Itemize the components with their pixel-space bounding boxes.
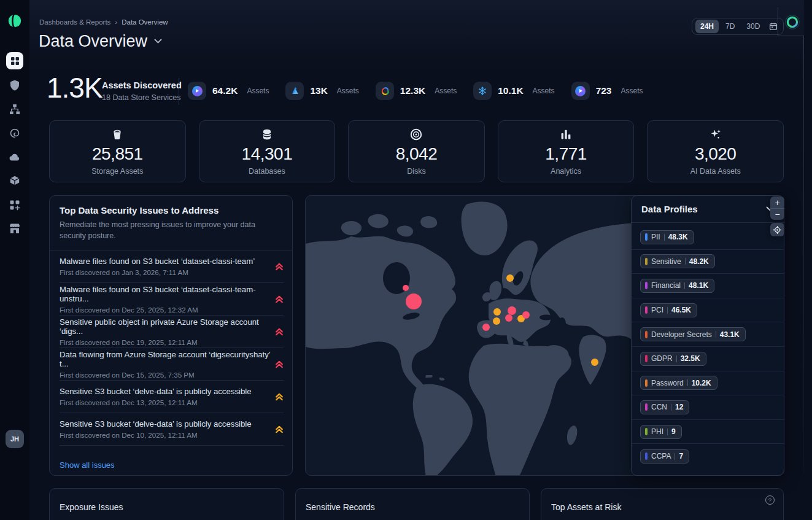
assets-discovered-total: 1.3K <box>47 71 102 104</box>
map-data-dot[interactable] <box>493 317 500 325</box>
issue-discovered-date: First discovered on Jan 3, 2026, 7:11 AM <box>60 268 255 276</box>
profile-label: Developer Secrets <box>651 330 712 339</box>
right-panel-divider <box>803 36 804 474</box>
databases-card[interactable]: 14,301 Databases <box>199 120 336 182</box>
map-data-dot[interactable] <box>505 314 512 322</box>
show-all-issues-link[interactable]: Show all issues <box>50 446 292 476</box>
provider-count: 64.2K <box>212 85 238 96</box>
time-range-30d-button[interactable]: 30D <box>741 20 765 33</box>
profile-chip-pii[interactable]: PII 48.3K <box>640 230 694 244</box>
analytics-card[interactable]: 1,771 Analytics <box>498 120 635 182</box>
issue-title: Malware files found on S3 bucket ‘datase… <box>60 285 275 303</box>
sidebar-item-topology[interactable] <box>9 103 21 115</box>
sitemap-icon <box>9 103 21 115</box>
issue-row[interactable]: Sensitive public object in private Azure… <box>60 316 284 348</box>
sidebar-item-assets[interactable] <box>9 175 21 187</box>
map-zoom-out-button[interactable]: − <box>770 208 784 220</box>
sidebar-item-cloud[interactable] <box>9 151 21 163</box>
profile-chip-password[interactable]: Password 10.2K <box>640 376 717 390</box>
profile-chip-phi[interactable]: PHI 9 <box>640 425 682 439</box>
chevron-down-icon[interactable] <box>154 39 162 44</box>
assets-discovered-labels: Assets Discovered 18 Data Store Services <box>102 80 182 102</box>
stat-value: 1,771 <box>545 144 587 164</box>
map-data-dot[interactable] <box>506 274 514 282</box>
divider <box>716 331 716 338</box>
profile-chip-ccpa[interactable]: CCPA 7 <box>640 449 689 464</box>
provider-unit: Assets <box>533 87 555 95</box>
profile-label: GDPR <box>651 354 673 363</box>
stat-value: 14,301 <box>242 144 293 164</box>
map-data-dot[interactable] <box>493 308 501 316</box>
sidebar-item-marketplace[interactable] <box>9 223 21 235</box>
assistant-ring-icon[interactable] <box>784 14 800 33</box>
map-zoom-in-button[interactable]: + <box>770 196 784 208</box>
issue-row[interactable]: Data flowing from Azure Storage account … <box>60 348 284 381</box>
profile-chip-gdpr[interactable]: GDPR 32.5K <box>640 352 706 366</box>
dashboard-grid-icon <box>9 55 21 67</box>
stat-value: 8,042 <box>396 144 438 164</box>
snowflake-icon <box>473 82 492 100</box>
divider <box>687 379 688 386</box>
issue-title: Sensitive S3 bucket ‘delve-data’ is publ… <box>60 419 252 429</box>
sidebar-item-classification[interactable] <box>9 127 21 139</box>
calendar-icon[interactable] <box>767 22 780 31</box>
sidebar-item-security[interactable] <box>9 79 21 91</box>
profile-chip-ccn[interactable]: CCN 12 <box>640 400 689 414</box>
profile-label: CCN <box>651 403 667 411</box>
data-store-services-label: 18 Data Store Services <box>102 93 182 102</box>
issue-title: Malware files found on S3 bucket ‘datase… <box>60 257 255 266</box>
breadcrumb-parent[interactable]: Dashboards & Reports <box>39 18 110 26</box>
profile-row: PII 48.3K <box>632 225 784 250</box>
data-profiles-header[interactable]: Data Profiles <box>632 196 784 223</box>
map-locate-button[interactable] <box>770 223 784 236</box>
map-data-dot[interactable] <box>522 311 530 319</box>
map-data-dot[interactable] <box>403 285 409 291</box>
issue-discovered-date: First discovered on Dec 13, 2025, 12:11 … <box>60 398 252 406</box>
provider-unit: Assets <box>337 87 359 95</box>
severity-high-icon <box>275 393 284 401</box>
issue-row[interactable]: Sensitive S3 bucket ‘delve-data’ is publ… <box>60 413 284 446</box>
provider-unit: Assets <box>435 87 457 95</box>
time-range-24h-button[interactable]: 24H <box>695 20 719 33</box>
profile-chip-developer-secrets[interactable]: Developer Secrets 43.1K <box>640 327 746 341</box>
provider-stat: 13K Assets <box>285 82 358 100</box>
map-data-dot[interactable] <box>406 293 422 309</box>
bar-chart-icon <box>559 128 573 141</box>
sidebar-item-dashboards[interactable] <box>6 52 23 69</box>
profile-chip-sensitive[interactable]: Sensitive 48.2K <box>640 254 715 268</box>
storage-assets-card[interactable]: 25,851 Storage Assets <box>49 120 186 182</box>
fingerprint-spiral-icon <box>9 127 21 139</box>
help-icon[interactable]: ? <box>765 495 775 505</box>
provider-stat: 12.3K Assets <box>376 82 457 100</box>
profile-count: 46.5K <box>671 306 691 314</box>
profile-chip-financial[interactable]: Financial 48.1K <box>640 279 714 293</box>
ai-data-assets-card[interactable]: 3,020 AI Data Assets <box>647 120 784 182</box>
profile-color-bar <box>645 331 648 338</box>
issue-discovered-date: First discovered on Dec 19, 2025, 12:11 … <box>60 338 275 346</box>
data-profiles-title: Data Profiles <box>641 204 698 214</box>
profile-color-bar <box>645 379 648 387</box>
issue-row[interactable]: Malware files found on S3 bucket ‘datase… <box>60 250 284 283</box>
shield-icon <box>9 79 21 91</box>
profile-row: Financial 48.1K <box>632 274 784 298</box>
breadcrumb-separator: › <box>115 18 117 26</box>
sidebar-item-integrations[interactable] <box>9 199 21 211</box>
divider <box>671 404 671 411</box>
time-range-7d-button[interactable]: 7D <box>721 20 740 33</box>
map-data-dot[interactable] <box>508 306 516 315</box>
profile-row: CCPA 7 <box>632 444 784 468</box>
profile-label: PII <box>651 233 660 241</box>
issue-discovered-date: First discovered on Dec 10, 2025, 12:11 … <box>60 431 252 439</box>
profile-chip-pci[interactable]: PCI 46.5K <box>640 303 697 317</box>
map-data-dot[interactable] <box>482 324 490 331</box>
issue-row[interactable]: Sensitive S3 bucket ‘delve-data’ is publ… <box>60 381 284 413</box>
issue-row[interactable]: Malware files found on S3 bucket ‘datase… <box>60 283 284 316</box>
disks-card[interactable]: 8,042 Disks <box>348 120 485 182</box>
user-avatar[interactable]: JH <box>6 430 24 448</box>
dig-security-logo-icon <box>7 14 22 28</box>
issue-discovered-date: First discovered on Dec 25, 2025, 12:32 … <box>60 306 275 314</box>
grid-plus-icon <box>9 199 21 211</box>
sparkles-icon <box>709 128 722 141</box>
breadcrumb[interactable]: Dashboards & Reports › Data Overview <box>39 18 168 26</box>
map-data-dot[interactable] <box>591 359 598 366</box>
